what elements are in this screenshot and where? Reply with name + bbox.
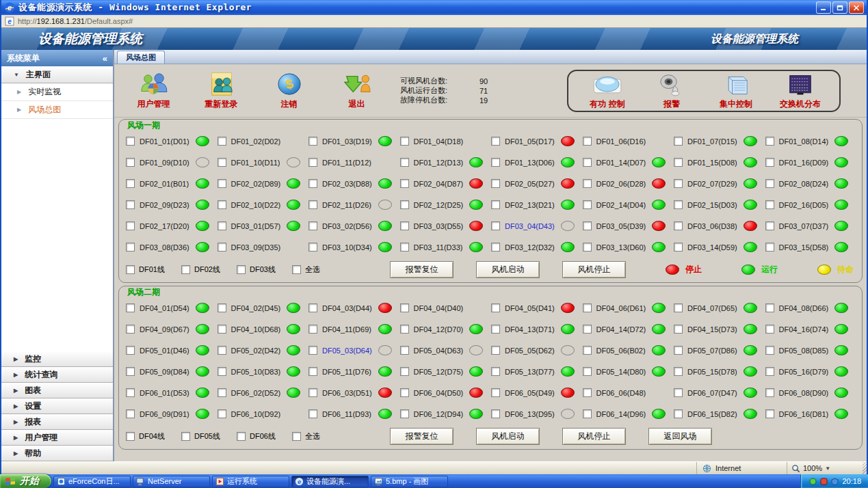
turbine-checkbox[interactable] [765,346,774,355]
turbine-checkbox[interactable] [491,137,500,146]
sidebar-group-stats-query[interactable]: ▶统计查询 [1,367,113,383]
turbine-checkbox[interactable] [674,409,683,418]
turbine-checkbox[interactable] [674,221,683,230]
turbine-checkbox[interactable] [765,179,774,188]
turbine-checkbox[interactable] [491,367,500,376]
turbine-checkbox[interactable] [674,346,683,355]
turbine-checkbox[interactable] [218,346,226,355]
turbine-checkbox[interactable] [491,200,500,209]
turbine-checkbox[interactable] [583,200,592,209]
turbine-checkbox[interactable] [765,243,774,252]
turbine-checkbox[interactable] [491,221,500,230]
turbine-checkbox[interactable] [583,221,592,230]
sidebar-item-windfarm-overview[interactable]: ▶风场总图 [1,101,113,119]
fan-start-button[interactable]: 风机启动 [476,261,540,278]
taskbar-item-4[interactable]: e设备能源演... [291,476,369,487]
turbine-checkbox[interactable] [400,388,409,397]
zoom-control[interactable]: 100% ▼ [787,462,863,474]
turbine-checkbox[interactable] [491,388,500,397]
fan-stop-button[interactable]: 风机停止 [562,428,626,445]
turbine-checkbox[interactable] [308,200,317,209]
sidebar-group-charts[interactable]: ▶图表 [1,383,113,398]
resize-grip[interactable] [863,462,867,474]
turbine-checkbox[interactable] [308,179,317,188]
turbine-checkbox[interactable] [218,158,226,167]
turbine-checkbox[interactable] [583,137,592,146]
line-checkbox[interactable] [292,265,301,274]
turbine-checkbox[interactable] [218,200,226,209]
turbine-checkbox[interactable] [583,303,592,312]
turbine-checkbox[interactable] [218,303,226,312]
turbine-checkbox[interactable] [491,346,500,355]
turbine-checkbox[interactable] [765,221,774,230]
turbine-checkbox[interactable] [126,409,135,418]
turbine-checkbox[interactable] [765,367,774,376]
turbine-checkbox[interactable] [308,158,317,167]
turbine-checkbox[interactable] [583,158,592,167]
turbine-checkbox[interactable] [583,388,592,397]
sidebar-group-help[interactable]: ▶帮助 [1,446,113,461]
turbine-checkbox[interactable] [126,221,135,230]
turbine-checkbox[interactable] [400,346,409,355]
restore-button[interactable] [832,1,847,14]
turbine-checkbox[interactable] [126,137,135,146]
turbine-checkbox[interactable] [400,325,409,334]
turbine-checkbox[interactable] [400,158,409,167]
turbine-checkbox[interactable] [674,200,683,209]
return-windfarm-button[interactable]: 返回风场 [648,428,712,445]
turbine-checkbox[interactable] [765,200,774,209]
fan-start-button[interactable]: 风机启动 [476,428,540,445]
turbine-checkbox[interactable] [126,243,135,252]
turbine-checkbox[interactable] [491,303,500,312]
turbine-checkbox[interactable] [583,346,592,355]
collapse-sidebar-button[interactable]: « [103,53,107,64]
taskbar-item-2[interactable]: NetServer [133,476,210,487]
turbine-checkbox[interactable] [126,325,135,334]
turbine-checkbox[interactable] [583,409,592,418]
turbine-checkbox[interactable] [765,303,774,312]
sidebar-group-settings[interactable]: ▶设置 [1,398,113,414]
alarm-reset-button[interactable]: 报警复位 [390,261,453,278]
turbine-checkbox[interactable] [400,409,409,418]
alarm-reset-button[interactable]: 报警复位 [390,428,453,445]
turbine-checkbox[interactable] [308,243,317,252]
turbine-checkbox[interactable] [218,409,226,418]
turbine-checkbox[interactable] [218,221,226,230]
turbine-checkbox[interactable] [674,388,683,397]
url-field[interactable]: http://192.168.1.231/Default.aspx# [18,17,133,26]
line-checkbox[interactable] [126,432,135,441]
turbine-checkbox[interactable] [765,388,774,397]
turbine-checkbox[interactable] [308,388,317,397]
turbine-checkbox[interactable] [491,179,500,188]
turbine-checkbox[interactable] [126,200,135,209]
turbine-checkbox[interactable] [126,346,135,355]
sidebar-group-monitor[interactable]: ▶监控 [1,351,113,367]
turbine-checkbox[interactable] [583,367,592,376]
close-button[interactable] [849,1,864,14]
turbine-checkbox[interactable] [126,388,135,397]
turbine-checkbox[interactable] [400,179,409,188]
line-checkbox[interactable] [237,432,246,441]
turbine-checkbox[interactable] [400,200,409,209]
turbine-checkbox[interactable] [765,409,774,418]
turbine-checkbox[interactable] [674,303,683,312]
switch-distribution-button[interactable]: 交换机分布 [768,73,832,110]
turbine-checkbox[interactable] [218,325,226,334]
turbine-checkbox[interactable] [126,179,135,188]
sidebar-item-realtime-monitor[interactable]: ▶实时监视 [1,83,113,101]
sidebar-group-main[interactable]: ▼主界面 [1,66,113,83]
line-checkbox[interactable] [181,432,190,441]
turbine-checkbox[interactable] [218,367,226,376]
line-checkbox[interactable] [126,265,135,274]
turbine-checkbox[interactable] [308,325,317,334]
turbine-checkbox[interactable] [308,409,317,418]
turbine-checkbox[interactable] [308,303,317,312]
turbine-checkbox[interactable] [674,243,683,252]
turbine-checkbox[interactable] [491,409,500,418]
sidebar-group-user-management[interactable]: ▶用户管理 [1,430,113,446]
start-button[interactable]: 开始 [0,474,51,488]
turbine-checkbox[interactable] [126,158,135,167]
active-power-control-button[interactable]: 有功 控制 [575,73,640,110]
turbine-checkbox[interactable] [126,303,135,312]
minimize-button[interactable] [816,1,831,14]
